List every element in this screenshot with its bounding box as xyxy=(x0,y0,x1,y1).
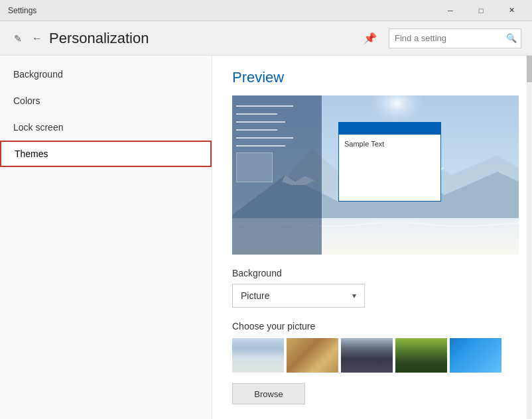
preview-area: Sample Text xyxy=(232,95,519,255)
taskbar-spacer-6 xyxy=(236,141,318,143)
choose-picture-label: Choose your picture xyxy=(232,321,507,331)
taskbar-line-4 xyxy=(236,129,277,131)
picture-thumb-5[interactable] xyxy=(450,338,501,373)
picture-thumb-1[interactable] xyxy=(232,338,284,373)
content: Background Colors Lock screen Themes Pre… xyxy=(0,56,532,419)
titlebar: Settings ─ □ ✕ xyxy=(0,0,532,21)
background-dropdown[interactable]: Picture ▾ xyxy=(232,284,365,308)
minimize-button[interactable]: ─ xyxy=(435,0,466,21)
preview-title: Preview xyxy=(232,69,507,86)
edit-icon: ✎ xyxy=(11,31,25,46)
taskbar-items xyxy=(232,95,322,188)
header: ✎ ← Personalization 📌 🔍 xyxy=(0,21,532,56)
titlebar-controls: ─ □ ✕ xyxy=(435,0,527,21)
taskbar-box xyxy=(236,152,273,182)
sidebar: Background Colors Lock screen Themes xyxy=(0,56,212,419)
taskbar-spacer-5 xyxy=(236,133,318,135)
picture-thumb-2[interactable] xyxy=(287,338,338,373)
close-button[interactable]: ✕ xyxy=(496,0,527,21)
picture-thumb-3[interactable] xyxy=(341,338,393,373)
preview-window-content: Sample Text xyxy=(339,135,440,153)
maximize-button[interactable]: □ xyxy=(466,0,496,21)
taskbar-line-3 xyxy=(236,121,285,123)
page-title: Personalization xyxy=(49,30,357,47)
taskbar-spacer-3 xyxy=(236,117,318,119)
pin-icon: 📌 xyxy=(364,32,377,44)
picture-grid xyxy=(232,338,507,373)
app-container: ✎ ← Personalization 📌 🔍 Background Color… xyxy=(0,21,532,419)
sidebar-item-colors[interactable]: Colors xyxy=(0,88,212,114)
dropdown-arrow: ▾ xyxy=(352,291,356,300)
taskbar-line-1 xyxy=(236,105,293,107)
taskbar-spacer-2 xyxy=(236,109,318,111)
taskbar-spacer-1 xyxy=(236,101,318,103)
taskbar-spacer-4 xyxy=(236,125,318,127)
taskbar-line-6 xyxy=(236,145,285,147)
taskbar-line-5 xyxy=(236,137,293,139)
sidebar-item-background[interactable]: Background xyxy=(0,61,212,88)
scroll-thumb[interactable] xyxy=(527,56,532,82)
app-title: Settings xyxy=(8,6,36,15)
background-label: Background xyxy=(232,268,507,278)
browse-button[interactable]: Browse xyxy=(232,383,305,404)
sidebar-item-lock-screen[interactable]: Lock screen xyxy=(0,114,212,141)
search-box: 🔍 xyxy=(389,29,521,48)
scroll-track xyxy=(527,56,532,419)
preview-window: Sample Text xyxy=(338,122,441,202)
sidebar-item-themes[interactable]: Themes xyxy=(0,141,212,167)
search-icon: 🔍 xyxy=(506,33,517,43)
preview-window-titlebar xyxy=(339,123,440,135)
taskbar-line-2 xyxy=(236,113,277,115)
search-input[interactable] xyxy=(395,33,506,43)
background-value: Picture xyxy=(241,290,270,301)
main-content: Preview xyxy=(212,56,527,419)
back-button[interactable]: ← xyxy=(32,32,42,44)
picture-thumb-4[interactable] xyxy=(395,338,447,373)
preview-taskbar xyxy=(232,95,322,255)
titlebar-left: Settings xyxy=(8,6,36,15)
